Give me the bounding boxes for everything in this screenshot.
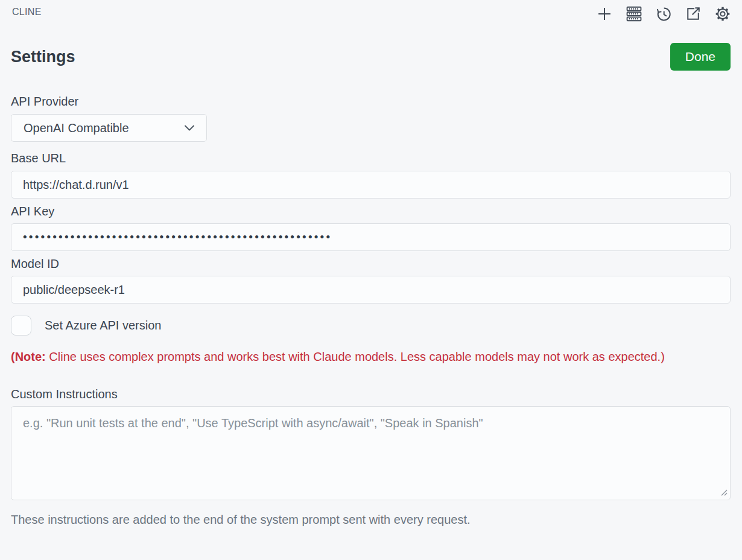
top-bar: CLINE (0, 0, 742, 22)
api-key-label: API Key (11, 205, 731, 218)
note-body: Cline uses complex prompts and works bes… (46, 350, 665, 363)
page-title: Settings (11, 48, 75, 66)
api-provider-select[interactable]: OpenAI Compatible (11, 114, 207, 142)
azure-api-version-checkbox[interactable] (11, 316, 31, 336)
model-compatibility-note: (Note: Cline uses complex prompts and wo… (11, 348, 714, 366)
done-button[interactable]: Done (670, 43, 731, 71)
mcp-servers-icon[interactable] (625, 5, 642, 22)
model-id-input[interactable] (11, 276, 731, 304)
chevron-down-icon (184, 124, 195, 132)
note-bold-prefix: (Note: (11, 350, 46, 363)
base-url-label: Base URL (11, 151, 731, 165)
history-icon[interactable] (655, 5, 672, 22)
azure-api-version-row: Set Azure API version (11, 316, 731, 336)
plus-icon[interactable] (595, 5, 613, 22)
custom-instructions-label: Custom Instructions (11, 387, 731, 401)
api-provider-label: API Provider (11, 95, 731, 109)
custom-instructions-textarea[interactable] (11, 406, 731, 500)
settings-form: API Provider OpenAI Compatible Base URL … (0, 95, 742, 527)
toolbar-icons (595, 5, 731, 22)
api-provider-selected-value: OpenAI Compatible (24, 121, 129, 135)
api-key-input[interactable] (11, 223, 731, 251)
app-title: CLINE (12, 5, 42, 18)
azure-api-version-label: Set Azure API version (45, 319, 161, 332)
open-in-editor-icon[interactable] (684, 5, 702, 22)
model-id-label: Model ID (11, 257, 731, 271)
settings-header-row: Settings Done (0, 43, 742, 71)
base-url-input[interactable] (11, 171, 731, 199)
textarea-resize-grip[interactable] (720, 488, 728, 496)
custom-instructions-wrap (11, 406, 731, 500)
custom-instructions-help-text: These instructions are added to the end … (11, 513, 731, 527)
settings-gear-icon[interactable] (714, 5, 731, 22)
